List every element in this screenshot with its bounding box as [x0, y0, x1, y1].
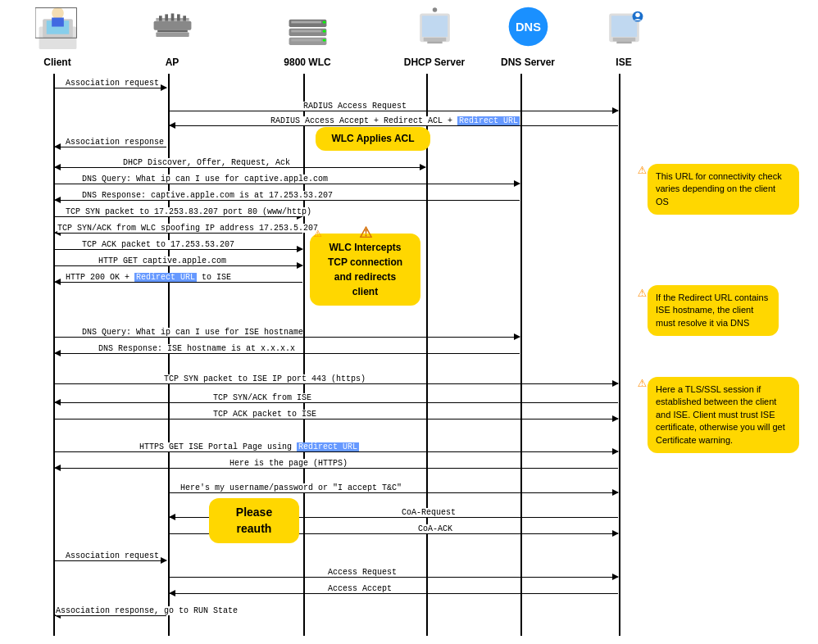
svg-point-3 — [52, 7, 64, 20]
arrow-msg18 — [55, 451, 618, 452]
label-msg6: DNS Query: What ip can I use for captive… — [82, 175, 328, 184]
actor-wlc: 9800 WLC — [279, 4, 336, 68]
label-msg19: Here is the page (HTTPS) — [229, 459, 348, 468]
svg-rect-23 — [322, 39, 325, 42]
label-msg20: Here's my username/password or "I accept… — [180, 483, 402, 492]
arrow-msg7 — [55, 200, 520, 201]
please-reauth-text: Pleasereauth — [217, 505, 291, 537]
wlc-label: 9800 WLC — [279, 57, 336, 68]
svg-rect-22 — [322, 30, 325, 33]
label-msg12: HTTP 200 OK + Redirect URL to ISE — [66, 273, 231, 282]
svg-rect-11 — [165, 14, 168, 20]
arrow-msg1 — [55, 88, 166, 88]
arrow-msg12 — [55, 282, 302, 283]
callout-please-reauth: Pleasereauth — [209, 498, 299, 543]
arrow-msg15 — [55, 383, 618, 384]
label-msg5: DHCP Discover, Offer, Request, Ack — [123, 158, 290, 167]
client-label: Client — [29, 57, 86, 68]
arrow-msg5 — [55, 167, 425, 168]
svg-text:DNS: DNS — [516, 20, 541, 34]
svg-rect-20 — [291, 39, 321, 42]
label-msg25: Access Accept — [328, 584, 392, 593]
actor-dhcp: DHCP Server — [402, 4, 467, 68]
sequence-diagram: Client AP — [0, 0, 818, 644]
label-msg17: TCP ACK packet to ISE — [213, 410, 316, 419]
label-msg10: TCP ACK packet to 17.253.53.207 — [82, 240, 234, 249]
label-msg14: DNS Response: ISE hostname is at x.x.x.x — [98, 344, 295, 353]
warning-icon-wlc: ⚠ — [314, 224, 322, 241]
svg-rect-14 — [183, 16, 186, 20]
label-msg15: TCP SYN packet to ISE IP port 443 (https… — [164, 374, 366, 383]
ise-icon — [599, 4, 648, 53]
label-msg11: HTTP GET captive.apple.com — [98, 256, 226, 265]
vline-ise — [619, 74, 620, 636]
dns-label: DNS Server — [495, 57, 561, 68]
svg-rect-10 — [159, 16, 162, 20]
callout-wlc-acl-text: WLC Applies ACL — [331, 133, 414, 144]
vline-dns — [520, 74, 522, 636]
arrow-msg4 — [55, 147, 166, 147]
connectivity-note-text: This URL for connectivity check varies d… — [656, 170, 791, 208]
actor-client: Client — [29, 4, 86, 68]
callout-tls: Here a TLS/SSL session if established be… — [648, 377, 799, 453]
warning-icon-3: ⚠ — [638, 373, 647, 391]
ap-label: AP — [143, 57, 201, 68]
redirect-dns-note-text: If the Redirect URL contains ISE hostnam… — [656, 292, 770, 329]
svg-rect-4 — [52, 18, 64, 27]
tls-note-text: Here a TLS/SSL session if established be… — [656, 383, 791, 447]
client-icon — [33, 4, 82, 53]
callout-redirect-dns: If the Redirect URL contains ISE hostnam… — [648, 285, 779, 336]
label-msg26: Association response, go to RUN State — [56, 606, 238, 615]
svg-rect-25 — [421, 16, 447, 37]
actor-dns: DNS DNS Server — [495, 4, 561, 68]
svg-rect-19 — [291, 30, 321, 33]
svg-rect-12 — [170, 13, 174, 20]
wlc-icon — [283, 4, 332, 53]
svg-rect-21 — [322, 21, 325, 24]
dns-icon: DNS — [503, 4, 552, 53]
vline-wlc — [303, 74, 305, 636]
svg-rect-18 — [291, 21, 321, 24]
arrow-msg26 — [55, 615, 166, 616]
arrow-msg14 — [55, 353, 520, 354]
label-msg13: DNS Query: What ip can I use for ISE hos… — [82, 328, 303, 337]
arrow-msg17 — [55, 419, 618, 420]
svg-rect-13 — [177, 14, 180, 20]
label-msg7: DNS Response: captive.apple.com is at 17… — [82, 191, 333, 200]
redirect-url-badge2: Redirect URL — [134, 273, 197, 282]
arrow-msg24 — [170, 577, 618, 578]
redirect-url-badge3: Redirect URL — [297, 442, 359, 451]
arrow-msg11 — [55, 265, 302, 266]
label-msg23: Association request — [66, 551, 159, 560]
arrow-msg25 — [170, 593, 618, 594]
label-msg21: CoA-Request — [402, 508, 456, 517]
label-msg22: CoA-ACK — [418, 524, 452, 533]
dhcp-label: DHCP Server — [402, 57, 467, 68]
actor-ise: ISE — [595, 4, 652, 68]
callout-intercepts-text: WLC InterceptsTCP connectionand redirect… — [318, 240, 412, 299]
ap-icon — [148, 4, 197, 53]
label-msg2: RADIUS Access Request — [303, 102, 407, 111]
arrow-msg6 — [55, 184, 520, 184]
label-msg4: Association response — [66, 138, 164, 147]
ise-label: ISE — [595, 57, 652, 68]
arrow-msg3 — [170, 125, 618, 126]
vline-dhcp — [426, 74, 428, 636]
arrow-msg9 — [55, 233, 302, 234]
arrow-msg19 — [55, 468, 618, 469]
svg-rect-6 — [153, 21, 191, 30]
arrow-msg10 — [55, 249, 302, 250]
label-msg16: TCP SYN/ACK from ISE — [213, 393, 311, 402]
arrow-msg20 — [170, 492, 618, 493]
svg-rect-26 — [423, 38, 446, 42]
arrow-msg2 — [170, 111, 618, 111]
arrow-msg16 — [55, 402, 618, 403]
svg-rect-8 — [157, 30, 188, 33]
svg-rect-33 — [612, 38, 635, 42]
redirect-url-badge1: Redirect URL — [457, 116, 520, 125]
label-msg1: Association request — [66, 79, 159, 88]
svg-rect-9 — [156, 32, 189, 37]
label-msg24: Access Request — [328, 568, 397, 577]
dhcp-icon — [410, 4, 459, 53]
svg-rect-34 — [616, 41, 631, 43]
